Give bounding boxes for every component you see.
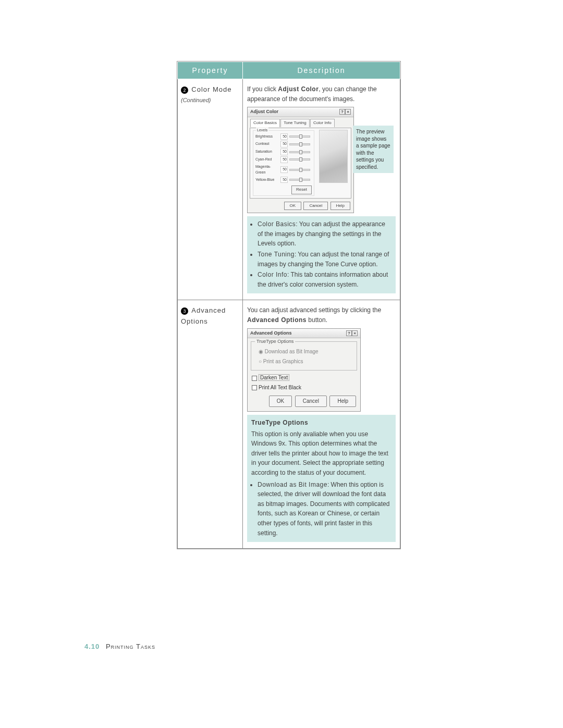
th-property: Property [178, 62, 243, 79]
truetype-heading: TrueType Options [251, 418, 391, 428]
term: Color Basics [258, 220, 296, 228]
slider-track[interactable] [289, 179, 310, 181]
term: Color Info [258, 271, 287, 278]
help-icon[interactable]: ? [339, 109, 345, 115]
dialog-title: Adjust Color [250, 108, 278, 116]
text-bold: Adjust Color [278, 85, 319, 93]
truetype-body: This option is only avaliable when you u… [251, 429, 391, 478]
ok-button[interactable]: OK [269, 396, 292, 407]
truetype-notes: TrueType Options This option is only ava… [247, 415, 396, 542]
th-description: Description [243, 62, 400, 79]
list-item: Color Basics: You can adjust the appeara… [258, 219, 391, 249]
tab-color-basics[interactable]: Color Basics [250, 119, 280, 127]
table: Property Description 2 Color Mode (Conti… [177, 61, 400, 549]
badge-3-icon: 3 [181, 307, 188, 315]
cell-color-mode-property: 2 Color Mode (Continued) [178, 79, 243, 300]
slider-label: Contrast [255, 141, 279, 147]
tabs: Color Basics Tone Tuning Color Info [248, 117, 353, 127]
tab-tone-tuning[interactable]: Tone Tuning [280, 119, 310, 127]
checkbox-print-all-text-black[interactable]: Print All Text Black [252, 384, 357, 392]
slider-label: Yellow-Blue [255, 177, 279, 183]
dialog-buttons: OK Cancel Help [248, 393, 360, 411]
levels-label: Levels [256, 128, 268, 133]
ok-button[interactable]: OK [284, 202, 302, 210]
close-icon[interactable]: × [345, 109, 351, 115]
slider-track[interactable] [289, 135, 310, 138]
cell-advanced-options-description: You can adjust advanced settings by clic… [243, 300, 400, 549]
adjust-color-dialog: Adjust Color ?× Color Basics Tone Tuning… [247, 107, 354, 213]
slider-thumb[interactable] [299, 134, 302, 139]
color-mode-intro: If you click Adjust Color, you can chang… [247, 84, 396, 104]
slider-value: 50 [280, 133, 288, 140]
slider-value: 50 [280, 166, 288, 173]
page-number: 4.10 [84, 643, 100, 650]
slider-label: Saturation [255, 149, 279, 155]
slider-yellow-blue[interactable]: Yellow-Blue50 [255, 177, 312, 183]
label-color-mode: Color Mode [191, 85, 231, 93]
radio-print-as-graphics[interactable]: Print as Graphics [259, 357, 352, 366]
cell-color-mode-description: If you click Adjust Color, you can chang… [243, 79, 400, 300]
cancel-button[interactable]: Cancel [303, 202, 328, 210]
tab-color-info[interactable]: Color Info [310, 119, 335, 127]
slider-magenta-green[interactable]: Magenta-Green50 [255, 164, 312, 176]
help-icon[interactable]: ? [346, 330, 352, 336]
checkbox-icon[interactable] [252, 376, 257, 381]
slider-saturation[interactable]: Saturation50 [255, 149, 312, 155]
slider-value: 50 [280, 177, 288, 183]
radio-download-bit-image[interactable]: Download as Bit Image [259, 348, 352, 356]
slider-thumb[interactable] [299, 142, 302, 146]
slider-value: 50 [280, 156, 288, 163]
cancel-button[interactable]: Cancel [295, 396, 327, 407]
text: You can adjust advanced settings by clic… [247, 306, 381, 314]
slider-thumb[interactable] [299, 150, 302, 154]
text: button. [307, 316, 327, 324]
slider-label: Magenta-Green [255, 164, 279, 176]
color-mode-notes: Color Basics: You can adjust the appeara… [247, 216, 396, 293]
help-button[interactable]: Help [329, 396, 356, 407]
slider-thumb[interactable] [299, 157, 302, 162]
group-label: TrueType Options [255, 338, 295, 346]
list-item: Color Info: This tab contains informatio… [258, 270, 391, 289]
close-icon[interactable]: × [352, 330, 358, 336]
slider-thumb[interactable] [299, 168, 302, 172]
levels-group: Levels Brightness50 Contrast50 Saturatio… [253, 130, 314, 196]
slider-label: Cyan-Red [255, 157, 279, 163]
badge-2-icon: 2 [181, 87, 188, 94]
slider-track[interactable] [289, 158, 310, 161]
truetype-group: TrueType Options Download as Bit Image P… [251, 341, 357, 371]
label-continued: (Continued) [181, 96, 238, 105]
slider-value: 50 [280, 149, 288, 155]
section-title: Printing Tasks [106, 643, 155, 650]
list-item: Tone Tuning: You can adjust the tonal ra… [258, 250, 391, 269]
help-button[interactable]: Help [331, 202, 350, 210]
dialog-titlebar: Advanced Options ?× [248, 329, 360, 339]
preview-callout: The preview image shows a sample page wi… [353, 126, 394, 173]
page-footer: 4.10 Printing Tasks [84, 643, 155, 650]
slider-label: Brightness [255, 134, 279, 140]
advanced-options-dialog: Advanced Options ?× TrueType Options Dow… [247, 328, 361, 412]
slider-track[interactable] [289, 151, 310, 153]
slider-contrast[interactable]: Contrast50 [255, 141, 312, 147]
slider-track[interactable] [289, 143, 310, 145]
slider-track[interactable] [289, 169, 310, 171]
cell-advanced-options-property: 3 Advanced Options [178, 300, 243, 549]
slider-cyan-red[interactable]: Cyan-Red50 [255, 156, 312, 163]
dialog-buttons: OK Cancel Help [248, 200, 353, 213]
checkbox-darken-text[interactable]: Darken Text [252, 374, 357, 382]
adjust-color-figure: Adjust Color ?× Color Basics Tone Tuning… [247, 107, 354, 213]
dialog-titlebar: Adjust Color ?× [248, 107, 353, 117]
property-table: Property Description 2 Color Mode (Conti… [177, 61, 401, 549]
text-bold: Advanced Options [247, 316, 307, 324]
checkbox-icon[interactable] [252, 385, 257, 390]
checkbox-label: Darken Text [259, 374, 289, 381]
slider-brightness[interactable]: Brightness50 [255, 133, 312, 140]
advanced-intro: You can adjust advanced settings by clic… [247, 305, 396, 325]
reset-button[interactable]: Reset [291, 186, 312, 194]
dialog-title: Advanced Options [250, 330, 292, 337]
text: If you click [247, 85, 278, 93]
preview-image [319, 130, 348, 183]
slider-thumb[interactable] [299, 178, 302, 182]
tab-body: Levels Brightness50 Contrast50 Saturatio… [250, 128, 351, 199]
window-buttons: ?× [346, 330, 358, 337]
list-item: Download as Bit Image: When this option … [258, 480, 391, 538]
